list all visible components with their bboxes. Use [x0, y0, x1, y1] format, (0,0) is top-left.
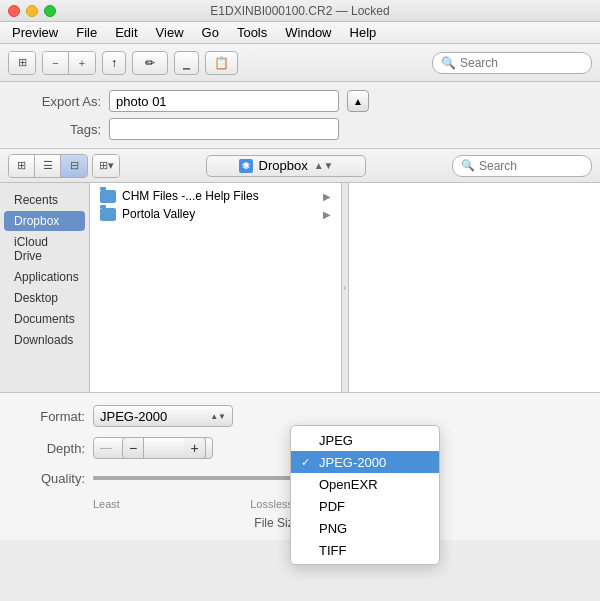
resize-dots: • • [342, 286, 348, 289]
zoom-group: − + [42, 51, 96, 75]
chevron-toggle-btn[interactable]: ▲ [347, 90, 369, 112]
list-item[interactable]: CHM Files -...e Help Files ▶ [90, 187, 341, 205]
dropdown-label: JPEG [319, 433, 353, 448]
view-options-group: ⊞▾ [92, 154, 120, 178]
close-button[interactable] [8, 5, 20, 17]
dropdown-item-tiff[interactable]: TIFF [291, 539, 439, 561]
menu-preview[interactable]: Preview [4, 23, 66, 42]
format-dropdown-menu: JPEG ✓ JPEG-2000 OpenEXR PDF PNG TIFF [290, 425, 440, 565]
dropdown-label: PDF [319, 499, 345, 514]
quality-label-row: Least Lossless [93, 498, 293, 510]
traffic-lights [8, 5, 56, 17]
view-column-btn[interactable]: ⊟ [61, 155, 87, 177]
format-label: Format: [20, 409, 85, 424]
dropdown-label: JPEG-2000 [319, 455, 386, 470]
menu-tools[interactable]: Tools [229, 23, 275, 42]
dropdown-label: TIFF [319, 543, 346, 558]
toolbar-search[interactable]: 🔍 [432, 52, 592, 74]
sidebar-item-icloud[interactable]: iCloud Drive [4, 232, 85, 266]
tags-input[interactable] [109, 118, 339, 140]
browser-search-icon: 🔍 [461, 159, 475, 172]
view-mode-group: ⊞ ☰ ⊟ [8, 154, 88, 178]
dropdown-item-jpeg[interactable]: JPEG [291, 429, 439, 451]
resize-handle[interactable]: • • [341, 183, 349, 392]
dropdown-item-jpeg2000[interactable]: ✓ JPEG-2000 [291, 451, 439, 473]
location-chevron-icon: ▲▼ [314, 160, 334, 171]
title-bar: E1DXINBI000100.CR2 — Locked [0, 0, 600, 22]
export-input[interactable] [109, 90, 339, 112]
markup-btn[interactable]: ✏ [132, 51, 168, 75]
depth-value: — [100, 441, 112, 455]
view-icon-btn[interactable]: ⊞ [9, 155, 35, 177]
search-icon: 🔍 [441, 56, 456, 70]
sidebar-item-recents[interactable]: Recents [4, 190, 85, 210]
sidebar-item-applications[interactable]: Applications [4, 267, 85, 287]
depth-increment-btn[interactable]: + [184, 437, 206, 459]
minimize-button[interactable] [26, 5, 38, 17]
arrow-right-icon: ▶ [323, 191, 331, 202]
menu-view[interactable]: View [148, 23, 192, 42]
right-pane [349, 183, 600, 392]
quality-lossless-label: Lossless [250, 498, 293, 510]
window-title: E1DXINBI000100.CR2 — Locked [210, 4, 389, 18]
sidebar-item-dropbox[interactable]: Dropbox [4, 211, 85, 231]
sidebar-item-documents[interactable]: Documents [4, 309, 85, 329]
search-input[interactable] [460, 56, 583, 70]
view-options-btn[interactable]: ⊞▾ [93, 155, 119, 177]
arrow-right-icon: ▶ [323, 209, 331, 220]
dropdown-label: PNG [319, 521, 347, 536]
dropdown-item-png[interactable]: PNG [291, 517, 439, 539]
zoom-in-btn[interactable]: + [69, 52, 95, 74]
rotate-btn[interactable]: ⎯ [174, 51, 199, 75]
browser-search[interactable]: 🔍 [452, 155, 592, 177]
depth-label: Depth: [20, 441, 85, 456]
menu-bar: Preview File Edit View Go Tools Window H… [0, 22, 600, 44]
menu-file[interactable]: File [68, 23, 105, 42]
format-dropdown-icon: ▲▼ [210, 412, 226, 421]
sidebar-toggle-group: ⊞ [8, 51, 36, 75]
quality-slider-container [93, 476, 293, 480]
zoom-out-btn[interactable]: − [43, 52, 69, 74]
menu-help[interactable]: Help [342, 23, 385, 42]
depth-selector[interactable]: — − + [93, 437, 213, 459]
sidebar: Recents Dropbox iCloud Drive Application… [0, 183, 90, 392]
export-row: Export As: ▲ [16, 90, 584, 112]
quality-label: Quality: [20, 471, 85, 486]
save-panel-header: Export As: ▲ Tags: [0, 82, 600, 149]
location-bar: Dropbox ▲▼ [130, 155, 442, 177]
sidebar-item-desktop[interactable]: Desktop [4, 288, 85, 308]
list-item[interactable]: Portola Valley ▶ [90, 205, 341, 223]
tags-label: Tags: [16, 122, 101, 137]
file-name: CHM Files -...e Help Files [122, 189, 259, 203]
file-list: CHM Files -...e Help Files ▶ Portola Val… [90, 183, 341, 392]
dropdown-item-pdf[interactable]: PDF [291, 495, 439, 517]
tags-row: Tags: [16, 118, 584, 140]
format-selector[interactable]: JPEG-2000 ▲▼ [93, 405, 233, 427]
menu-go[interactable]: Go [194, 23, 227, 42]
folder-icon [100, 208, 116, 221]
menu-edit[interactable]: Edit [107, 23, 145, 42]
format-value: JPEG-2000 [100, 409, 167, 424]
quality-least-label: Least [93, 498, 120, 510]
browser-search-input[interactable] [479, 159, 583, 173]
quality-slider[interactable] [93, 476, 293, 480]
folder-icon [100, 190, 116, 203]
view-toolbar: ⊞ ☰ ⊟ ⊞▾ Dropbox ▲▼ 🔍 [0, 149, 600, 183]
sidebar-toggle-btn[interactable]: ⊞ [9, 52, 35, 74]
dropbox-icon [239, 159, 253, 173]
copy-btn[interactable]: 📋 [205, 51, 238, 75]
file-name: Portola Valley [122, 207, 195, 221]
maximize-button[interactable] [44, 5, 56, 17]
view-list-btn[interactable]: ☰ [35, 155, 61, 177]
export-label: Export As: [16, 94, 101, 109]
toolbar: ⊞ − + ↑ ✏ ⎯ 📋 🔍 [0, 44, 600, 82]
depth-decrement-btn[interactable]: − [122, 437, 144, 459]
check-icon: ✓ [301, 456, 313, 469]
svg-marker-1 [242, 164, 250, 169]
menu-window[interactable]: Window [277, 23, 339, 42]
share-btn[interactable]: ↑ [102, 51, 126, 75]
sidebar-item-downloads[interactable]: Downloads [4, 330, 85, 350]
depth-stepper-value [144, 437, 184, 459]
dropdown-item-openexr[interactable]: OpenEXR [291, 473, 439, 495]
location-popup[interactable]: Dropbox ▲▼ [206, 155, 366, 177]
